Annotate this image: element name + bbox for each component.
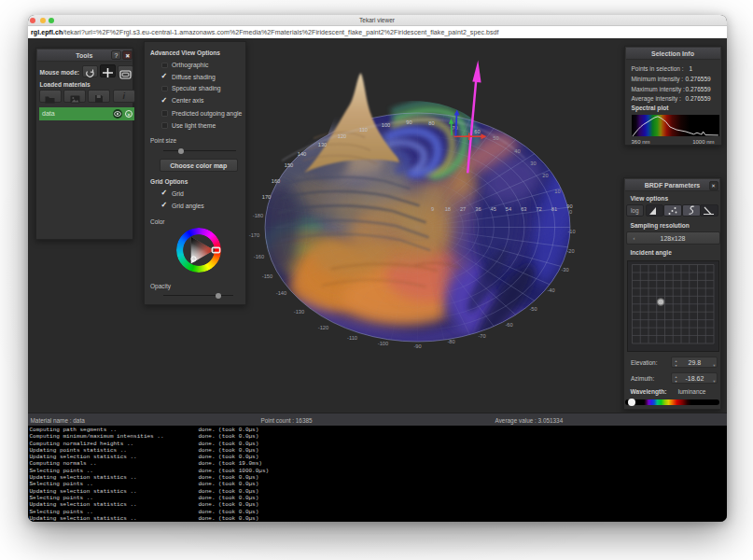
svg-text:90: 90 xyxy=(566,203,572,209)
svg-text:-120: -120 xyxy=(317,325,328,330)
svg-text:18: 18 xyxy=(444,206,450,212)
svg-text:-30: -30 xyxy=(561,267,568,273)
svg-text:30: 30 xyxy=(530,161,536,166)
svg-text:72: 72 xyxy=(536,206,541,212)
svg-text:-60: -60 xyxy=(505,322,512,328)
svg-text:130: 130 xyxy=(317,142,327,147)
svg-text:110: 110 xyxy=(358,127,367,133)
svg-text:170: 170 xyxy=(261,194,271,200)
svg-text:-110: -110 xyxy=(347,335,357,341)
svg-text:-10: -10 xyxy=(567,229,575,234)
svg-text:-50: -50 xyxy=(529,306,537,312)
svg-text:-180: -180 xyxy=(252,213,262,218)
svg-text:-100: -100 xyxy=(377,341,387,346)
svg-text:50: 50 xyxy=(493,135,498,141)
svg-text:-70: -70 xyxy=(478,333,485,339)
svg-text:120: 120 xyxy=(337,133,346,139)
svg-text:80: 80 xyxy=(428,120,434,126)
svg-text:40: 40 xyxy=(514,148,520,154)
svg-text:60: 60 xyxy=(474,129,480,134)
svg-text:150: 150 xyxy=(284,162,293,168)
svg-text:0: 0 xyxy=(568,209,571,215)
svg-text:-90: -90 xyxy=(413,343,421,349)
svg-text:100: 100 xyxy=(381,122,390,128)
svg-text:160: 160 xyxy=(271,178,280,184)
svg-text:90: 90 xyxy=(406,119,411,125)
svg-text:45: 45 xyxy=(490,206,495,212)
svg-text:54: 54 xyxy=(505,206,510,212)
svg-text:9: 9 xyxy=(430,206,433,212)
svg-text:36: 36 xyxy=(475,206,481,212)
svg-text:-170: -170 xyxy=(248,232,258,238)
svg-text:27: 27 xyxy=(459,206,465,212)
svg-text:140: 140 xyxy=(297,151,306,157)
svg-text:63: 63 xyxy=(521,206,526,212)
svg-text:-140: -140 xyxy=(275,290,286,296)
svg-text:-160: -160 xyxy=(253,254,263,259)
svg-text:-20: -20 xyxy=(566,248,574,254)
svg-text:20: 20 xyxy=(542,173,548,178)
svg-text:10: 10 xyxy=(554,189,560,194)
svg-text:-130: -130 xyxy=(293,309,303,315)
svg-text:-150: -150 xyxy=(261,273,272,279)
svg-text:81: 81 xyxy=(551,206,556,212)
svg-text:-80: -80 xyxy=(447,339,454,344)
svg-text:-40: -40 xyxy=(547,287,554,293)
